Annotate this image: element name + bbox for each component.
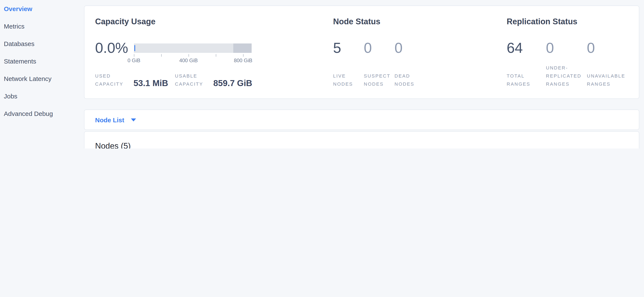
cluster-summary-card: Capacity Usage 0.0% (84, 5, 639, 99)
total-ranges-count: 64 (507, 38, 546, 57)
live-nodes-label: LIVE NODES (333, 72, 360, 88)
capacity-bar-reserved-segment (233, 43, 252, 53)
live-nodes-count: 5 (333, 38, 364, 57)
usable-capacity-value: 859.7 GiB (213, 78, 252, 88)
capacity-axis-labels: 0 GiB 400 GiB 800 GiB (134, 57, 252, 64)
unavailable-ranges-label: UNAVAILABLE RANGES (587, 72, 631, 88)
capacity-bar-usable-segment (134, 43, 233, 53)
unavailable-ranges-count: 0 (587, 38, 595, 57)
replication-status-section: Replication Status 64 0 0 TOTAL RANGES U… (507, 17, 628, 88)
capacity-axis-ticks (134, 53, 252, 57)
sidebar: Overview Metrics Databases Statements Ne… (0, 0, 84, 148)
capacity-usage-section: Capacity Usage 0.0% (95, 17, 333, 88)
dead-nodes-label: DEAD NODES (394, 72, 421, 88)
node-list-dropdown-label: Node List (95, 116, 124, 123)
suspect-nodes-count: 0 (364, 38, 394, 57)
under-replicated-ranges-label: UNDER-REPLICATED RANGES (546, 64, 585, 88)
used-capacity-label: USED CAPACITY (95, 72, 128, 88)
axis-label-0gib: 0 GiB (128, 57, 140, 63)
usable-capacity-label: USABLE CAPACITY (175, 72, 208, 88)
capacity-usage-title: Capacity Usage (95, 17, 333, 26)
cluster-overview-page: Overview Metrics Databases Statements Ne… (0, 0, 644, 148)
total-ranges-label: TOTAL RANGES (507, 72, 536, 88)
replication-status-title: Replication Status (507, 17, 628, 26)
tick-200gib (161, 54, 162, 57)
tick-0gib (134, 54, 134, 57)
tick-600gib (216, 54, 216, 57)
axis-label-400gib: 400 GiB (179, 57, 198, 63)
tick-800gib (243, 54, 244, 57)
node-list-bar: Node List (84, 109, 639, 130)
sidebar-item-overview[interactable]: Overview (4, 4, 84, 13)
usable-capacity-label-wrap: USABLE CAPACITY (175, 72, 209, 88)
sidebar-item-network-latency[interactable]: Network Latency (4, 74, 84, 83)
nodes-table-card: Nodes (5) NODES UPTIME (84, 131, 639, 148)
node-status-section: Node Status 5 0 0 LIVE NODES SUSPECT NOD… (333, 17, 507, 88)
used-capacity-label-wrap: USED CAPACITY (95, 72, 129, 88)
capacity-used-marker (134, 45, 135, 51)
node-list-dropdown[interactable]: Node List (95, 116, 136, 123)
sidebar-item-statements[interactable]: Statements (4, 57, 84, 66)
sidebar-item-databases[interactable]: Databases (4, 39, 84, 48)
axis-label-800gib: 800 GiB (234, 57, 252, 63)
used-capacity-value: 53.1 MiB (134, 78, 168, 88)
sidebar-item-advanced-debug[interactable]: Advanced Debug (4, 109, 84, 118)
sidebar-item-jobs[interactable]: Jobs (4, 92, 84, 101)
sidebar-item-metrics[interactable]: Metrics (4, 22, 84, 31)
under-replicated-ranges-count: 0 (546, 38, 587, 57)
node-status-title: Node Status (333, 17, 507, 26)
dead-nodes-count: 0 (394, 38, 402, 57)
nodes-table-title: Nodes (5) (95, 141, 628, 148)
suspect-nodes-label: SUSPECT NODES (364, 72, 390, 88)
chevron-down-icon (131, 118, 136, 121)
tick-400gib (188, 54, 189, 57)
capacity-bar-chart: 0 GiB 400 GiB 800 GiB (134, 43, 252, 64)
